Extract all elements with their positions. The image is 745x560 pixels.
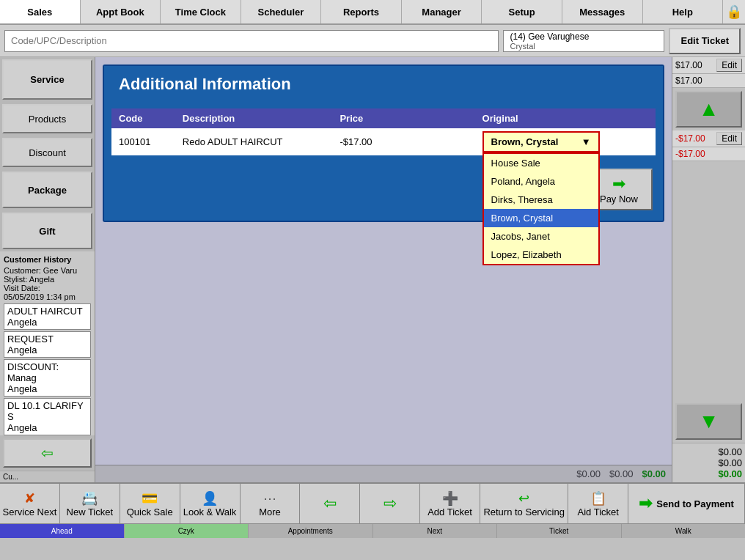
row-description: Redo ADULT HAIRCUT [175,128,333,155]
customer-history-section: Customer History Customer: Gee Varu Styl… [0,251,95,435]
scroll-tab-walk[interactable]: Walk [622,524,746,538]
customer-stylist: Crystal [510,42,658,51]
dropdown-button[interactable]: Brown, Crystal ▼ [482,131,600,152]
modal-overlay: Additional Information Code Description … [95,57,672,482]
nav-scheduler[interactable]: Scheduler [241,0,322,23]
modal-table: Code Description Price Original 100101 R… [111,108,656,155]
left-arrow-icon: ⇦ [323,494,337,513]
history-item-4-line2: Angela [7,422,87,433]
scroll-tab-next[interactable]: Next [373,524,498,538]
nav-manager[interactable]: Manager [402,0,482,23]
dropdown-item-jacobs[interactable]: Jacobs, Janet [484,227,598,246]
nav-messages[interactable]: Messages [562,0,643,23]
look-walk-button[interactable]: 👤 Look & Walk [180,484,241,523]
look-walk-icon: 👤 [202,490,218,506]
return-icon: ↩ [518,490,529,506]
stylist-dropdown[interactable]: Brown, Crystal ▼ House Sale Poland, Ange… [482,131,600,152]
nav-help[interactable]: Help [643,0,724,23]
scroll-tab-appointments[interactable]: Appointments [249,524,373,538]
visit-date-value: 05/05/2019 1:34 pm [4,292,91,301]
scroll-tab-ticket[interactable]: Ticket [497,524,622,538]
edit-button-1[interactable]: Edit [716,59,742,72]
up-arrow-button[interactable]: ▲ [675,91,742,128]
history-item-3[interactable]: DISCOUNT: Manag Angela [4,359,91,397]
scroll-tab-czyk[interactable]: Czyk [125,524,249,538]
dropdown-item-dirks[interactable]: Dirks, Theresa [484,191,598,209]
products-tab[interactable]: Products [2,104,92,133]
add-ticket-button[interactable]: ➕ Add Ticket [420,484,480,523]
history-item-2-line2: Angela [7,345,87,355]
total-right-2: $0.00 [718,457,742,468]
row-price: -$17.00 [332,128,474,155]
col-description: Description [175,108,333,128]
back-button[interactable]: ⇦ [3,438,92,468]
edit-ticket-button[interactable]: Edit Ticket [669,28,741,54]
total-right-3: $0.00 [718,468,742,479]
row-original-dropdown-cell: Brown, Crystal ▼ House Sale Poland, Ange… [475,128,656,155]
price-3: -$17.00 [675,133,705,144]
return-servicing-button[interactable]: ↩ Return to Servicing [480,484,568,523]
up-arrow-icon: ▲ [699,97,719,121]
down-arrow-icon: ▼ [699,410,719,433]
left-arrow-button[interactable]: ⇦ [300,484,360,523]
gift-button[interactable]: Gift [2,213,92,249]
dropdown-item-lopez[interactable]: Lopez, Elizabeth [484,246,598,264]
history-item-1[interactable]: ADULT HAIRCUT Angela [4,303,91,330]
lock-icon: 🔒 [723,0,745,23]
customer-history-title: Customer History [4,255,91,264]
nav-appt-book[interactable]: Appt Book [81,0,161,23]
new-ticket-button[interactable]: 📇 New Ticket [60,484,120,523]
row-code: 100101 [111,128,175,155]
more-button[interactable]: ⋯ More [241,484,301,523]
cu-label: Cu... [0,471,95,482]
package-button[interactable]: Package [2,172,92,208]
dropdown-item-house-sale[interactable]: House Sale [484,154,598,172]
dropdown-list: House Sale Poland, Angela Dirks, Theresa… [482,152,600,265]
history-item-1-line1: ADULT HAIRCUT [7,306,87,317]
history-item-4[interactable]: DL 10.1 CLARIFY S Angela [4,398,91,435]
nav-time-clock[interactable]: Time Clock [161,0,241,23]
quick-sale-button[interactable]: 💳 Quick Sale [120,484,180,523]
col-price: Price [332,108,474,128]
price-1: $17.00 [675,60,702,70]
aid-ticket-button[interactable]: 📋 Aid Ticket [568,484,628,523]
right-arrow-icon: ⇨ [383,494,397,513]
history-item-2-line1: REQUEST [7,334,87,345]
edit-button-2[interactable]: Edit [716,132,742,145]
back-arrow-icon: ⇦ [41,444,54,462]
history-item-4-line1: DL 10.1 CLARIFY S [7,400,87,422]
down-arrow-button[interactable]: ▼ [675,403,742,440]
service-next-button[interactable]: ✘ Service Next [0,484,60,523]
scroll-tab-ahead[interactable]: Ahead [0,524,125,538]
search-input[interactable] [4,30,499,52]
modal-title: Additional Information [104,66,663,103]
pay-now-label: Pay Now [600,194,638,205]
history-item-1-line2: Angela [7,317,87,328]
customer-info-box: (14) Gee Varughese Crystal [503,30,664,52]
dropdown-arrow-icon: ▼ [581,136,591,147]
nav-setup[interactable]: Setup [482,0,562,23]
dropdown-item-brown[interactable]: Brown, Crystal [484,209,598,227]
service-next-icon: ✘ [24,490,35,506]
discount-tab[interactable]: Discount [2,138,92,167]
quick-sale-icon: 💳 [142,490,158,506]
new-ticket-icon: 📇 [81,490,98,506]
aid-ticket-icon: 📋 [590,490,606,506]
visit-date-label: Visit Date: [4,284,91,292]
history-item-2[interactable]: REQUEST Angela [4,331,91,358]
stylist-name: Stylist: Angela [4,275,91,284]
dropdown-item-poland[interactable]: Poland, Angela [484,172,598,191]
service-button[interactable]: Service [2,59,92,100]
nav-reports[interactable]: Reports [321,0,402,23]
right-arrow-button[interactable]: ⇨ [360,484,420,523]
send-payment-button[interactable]: ➡ Send to Payment [628,484,745,523]
more-icon: ⋯ [263,490,276,506]
customer-id: (14) Gee Varughese [510,32,658,42]
total-right-1: $0.00 [718,446,742,457]
nav-sales[interactable]: Sales [0,0,81,23]
price-4: -$17.00 [675,149,705,159]
history-item-3-line2: Angela [7,383,87,394]
dropdown-selected-value: Brown, Crystal [491,136,559,147]
price-2: $17.00 [675,75,702,86]
customer-name: Customer: Gee Varu [4,266,91,275]
